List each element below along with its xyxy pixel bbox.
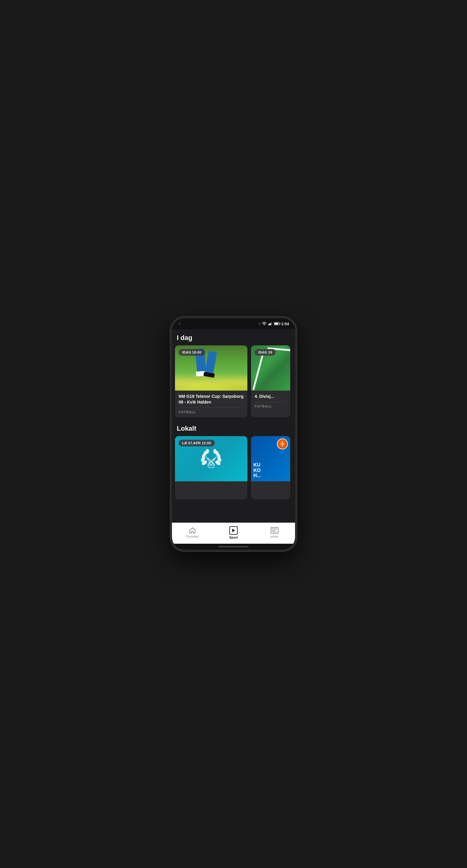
nav-item-forsiden[interactable]: Forsiden: [172, 523, 213, 544]
section-lokalt: Lokalt: [172, 420, 295, 502]
nav-label-eavis: eAvis: [271, 535, 279, 538]
card-title-3: [179, 484, 244, 490]
wifi-icon: [262, 322, 266, 326]
nav-label-forsiden: Forsiden: [186, 535, 199, 538]
spacer: [172, 502, 295, 508]
card-4-divisjon[interactable]: IDAG 19 4. Divisj... FOTBALL: [251, 345, 290, 417]
card-category-1: FOTBALL: [179, 410, 244, 414]
card-image-4: KUKOH...: [251, 436, 290, 481]
content-scroll[interactable]: I dag IDAG 18:00: [172, 329, 295, 523]
battery-icon: [274, 322, 279, 325]
card-image-3: LØ 27.APR 12:00: [175, 436, 247, 481]
card-body-2: 4. Divisj... FOTBALL: [251, 391, 290, 412]
card-title-2: 4. Divisj...: [255, 394, 287, 399]
field-line-1: [253, 355, 264, 390]
camera: [178, 322, 181, 325]
team-badge: [277, 438, 288, 450]
svg-rect-4: [271, 322, 272, 325]
nav-label-sport: Sport: [229, 535, 238, 539]
lokalt-emblem-svg: [198, 445, 225, 472]
grass-bokeh: [175, 375, 247, 391]
card-time-badge-3: LØ 27.APR 12:00: [179, 440, 215, 446]
badge-icon: [279, 440, 286, 447]
play-icon: [232, 528, 235, 532]
svg-marker-21: [232, 529, 235, 532]
card-divider-2: [255, 402, 287, 402]
section-idag: I dag IDAG 18:00: [172, 329, 295, 420]
status-time: 1:54: [281, 321, 289, 326]
status-bar: ⫶ 1:54: [172, 318, 295, 329]
leg-right: [205, 351, 217, 375]
card-nm-g19[interactable]: IDAG 18:00 NM G19 Telenor Cup: Sarpsborg…: [175, 345, 247, 417]
news-icon: [271, 527, 279, 534]
home-indicator: [218, 546, 249, 547]
nav-item-sport[interactable]: Sport: [213, 523, 254, 544]
status-icons: ⫶ 1:54: [259, 321, 289, 326]
section-idag-title: I dag: [172, 334, 295, 342]
lokalt2-bg: KUKOH...: [251, 436, 290, 481]
signal-icon: [268, 322, 272, 326]
svg-point-0: [264, 325, 265, 326]
vibrate-icon: ⫶: [259, 321, 260, 326]
card-time-badge-2: IDAG 19: [255, 349, 276, 355]
card-divider-1: [179, 407, 244, 408]
card-title-4: [255, 484, 287, 490]
svg-point-14: [213, 449, 216, 454]
card-image-2: IDAG 19: [251, 345, 290, 391]
lokalt2-text: KUKOH...: [254, 462, 261, 478]
svg-point-9: [206, 449, 209, 454]
card-time-badge-1: IDAG 18:00: [179, 349, 205, 355]
card-body-1: NM G19 Telenor Cup: Sarpsborg 08 - Kvik …: [175, 391, 247, 417]
svg-rect-3: [270, 323, 271, 325]
home-icon: [189, 527, 196, 534]
card-body-3: [175, 481, 247, 499]
bottom-nav: Forsiden Sport: [172, 523, 295, 544]
nav-item-eavis[interactable]: eAvis: [254, 523, 295, 544]
card-title-1: NM G19 Telenor Cup: Sarpsborg 08 - Kvik …: [179, 394, 244, 405]
card-body-4: [251, 481, 290, 499]
section-lokalt-title: Lokalt: [172, 425, 295, 433]
card-lokalt-1[interactable]: LØ 27.APR 12:00: [175, 436, 247, 499]
card-lokalt-2[interactable]: KUKOH...: [251, 436, 290, 499]
svg-rect-23: [272, 529, 274, 531]
cards-row-lokalt[interactable]: LØ 27.APR 12:00: [172, 436, 295, 499]
app-screen: I dag IDAG 18:00: [172, 329, 295, 544]
play-icon-container: [229, 526, 238, 535]
svg-rect-1: [268, 324, 269, 325]
cards-row-idag[interactable]: IDAG 18:00 NM G19 Telenor Cup: Sarpsborg…: [172, 345, 295, 417]
card-category-2: FOTBALL: [255, 404, 287, 408]
phone-frame: ⫶ 1:54: [170, 316, 297, 552]
phone-bottom: [172, 544, 295, 550]
svg-rect-2: [269, 323, 270, 325]
card-image-1: IDAG 18:00: [175, 345, 247, 391]
